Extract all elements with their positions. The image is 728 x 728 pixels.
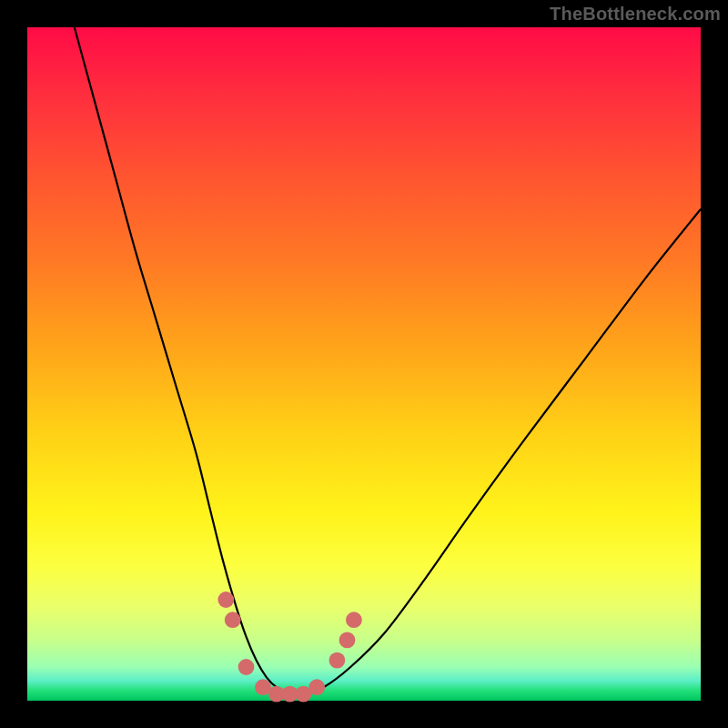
- curve-marker: [329, 652, 346, 669]
- bottleneck-curve: [75, 27, 701, 695]
- chart-svg: [27, 27, 701, 701]
- plot-area: [27, 27, 701, 701]
- curve-marker: [217, 592, 234, 608]
- curve-marker: [346, 612, 362, 628]
- curve-markers: [217, 592, 361, 702]
- curve-marker: [339, 632, 356, 649]
- curve-marker: [238, 659, 255, 675]
- curve-marker: [225, 612, 241, 628]
- chart-frame: TheBottleneck.com: [0, 0, 728, 728]
- watermark-text: TheBottleneck.com: [550, 4, 721, 25]
- curve-marker: [308, 679, 325, 695]
